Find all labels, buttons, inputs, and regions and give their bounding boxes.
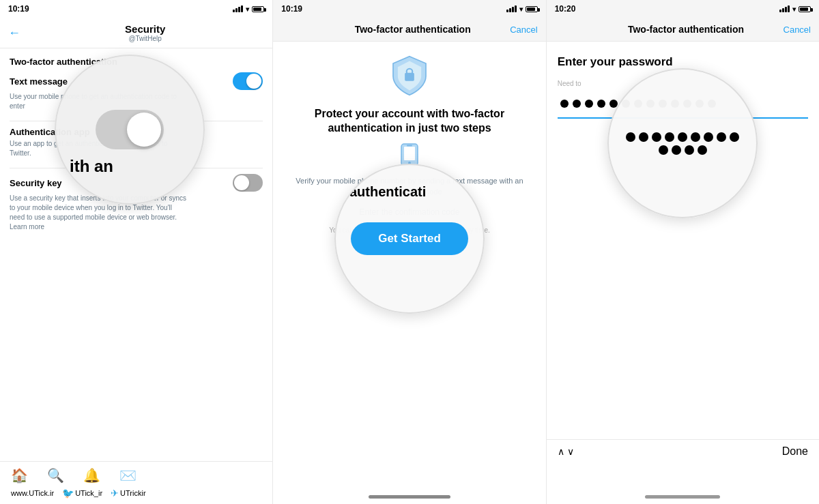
twitter-icon: 🐦 [62,488,74,499]
nav-bar-2fa: Cancel Two-factor authentication Cancel [273,18,545,42]
telegram-brand: ✈ UTrickir [111,488,145,499]
circle-text-2: authenticati [349,184,426,200]
home-indicator-3 [547,495,819,499]
nav-subtitle-security: @TwitHelp [26,35,264,42]
cancel-button-3[interactable]: Cancel [784,25,811,35]
big-dots-container [609,121,756,166]
keyboard-bar: ∧ ∨ Done [547,439,819,463]
telegram-icon: ✈ [111,488,119,499]
svg-rect-5 [407,145,412,146]
circle-magnifier-2: authenticati Get Started [334,164,485,314]
chevron-icons[interactable]: ∧ ∨ [558,446,574,457]
chevron-down-icon[interactable]: ∨ [567,446,574,457]
status-bar-1: 10:19 ▾ [0,0,272,18]
get-started-button[interactable]: Get Started [351,222,468,255]
back-button[interactable]: ← [8,26,20,40]
home-icon[interactable]: 🏠 [11,467,28,484]
pass-heading: Enter your password [558,55,808,69]
chevron-up-icon[interactable]: ∧ [558,446,564,457]
circle-text-1: ith an [70,157,113,176]
wifi-icon-3: ▾ [792,5,796,13]
status-icons-3: ▾ [779,5,811,13]
status-icons-1: ▾ [233,5,264,13]
status-icons-2: ▾ [506,5,538,13]
svg-rect-3 [404,147,415,160]
panel-password: 10:20 ▾ Cancel Two-factor authentication… [547,0,819,504]
text-message-toggle[interactable] [233,72,263,90]
battery-icon-3 [799,6,811,12]
security-key-desc: Use a security key that inserts into you… [10,194,187,232]
home-indicator-2 [273,495,545,499]
panel-security: 10:19 ▾ ← Security @TwitHelp Two-factor … [0,0,273,504]
search-icon[interactable]: 🔍 [47,467,64,484]
nav-bar-password: Cancel Two-factor authentication Cancel [547,18,819,42]
pass-title: Two-factor authentication [628,24,744,35]
status-bar-3: 10:20 ▾ [547,0,819,18]
security-key-toggle[interactable] [233,174,263,192]
nav-bar-security: ← Security @TwitHelp [0,18,272,48]
nav-title-security: Security [26,23,264,35]
twitter-brand: 🐦 UTick_ir [62,488,102,499]
text-message-label: Text message [10,76,68,87]
wifi-icon-2: ▾ [519,5,523,13]
shield-icon [389,55,430,96]
tfa-title: Two-factor authentication [355,24,471,35]
battery-icon [252,6,264,12]
time-1: 10:19 [8,4,29,14]
bell-icon[interactable]: 🔔 [83,467,100,484]
cancel-button-2[interactable]: Cancel [510,25,537,35]
circle-magnifier-1: ith an [55,55,205,205]
mail-icon[interactable]: ✉️ [119,467,136,484]
done-button[interactable]: Done [782,445,808,458]
toggle-enlarged [96,110,164,149]
security-key-label: Security key [10,178,62,188]
battery-icon-2 [526,6,538,12]
status-bar-2: 10:19 ▾ [273,0,545,18]
wifi-icon: ▾ [246,5,249,13]
time-2: 10:19 [281,4,302,14]
circle-magnifier-3 [607,68,758,218]
shield-icon-wrap [287,55,532,99]
panel-two-factor: 10:19 ▾ Cancel Two-factor authentication… [273,0,546,504]
tfa-heading: Protect your account with two-factor aut… [287,107,532,136]
url-label: www.UTick.ir [11,489,54,497]
time-3: 10:20 [555,4,576,14]
